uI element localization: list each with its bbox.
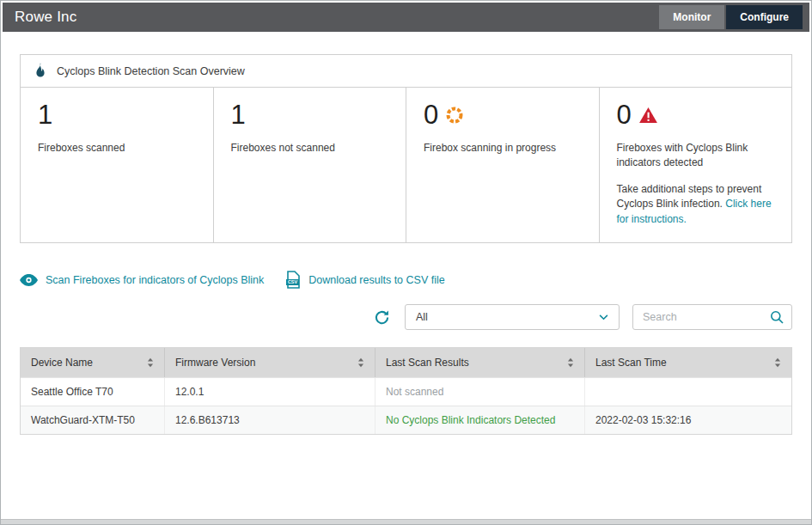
refresh-button[interactable] <box>372 308 392 327</box>
stat-value: 0 <box>617 101 632 130</box>
stat-fireboxes-not-scanned: 1 Fireboxes not scanned <box>213 88 406 242</box>
clock-icon <box>446 107 463 124</box>
stat-fireboxes-scanned: 1 Fireboxes scanned <box>21 88 213 242</box>
filter-dropdown-value: All <box>416 311 428 323</box>
sort-icon <box>774 357 781 368</box>
column-header-last-scan-time[interactable]: Last Scan Time <box>585 348 791 377</box>
table-header: Device Name Firmware Version Last Scan R… <box>21 348 791 377</box>
configure-button[interactable]: Configure <box>726 5 803 29</box>
column-header-firmware-version[interactable]: Firmware Version <box>165 348 375 377</box>
scan-fireboxes-label: Scan Fireboxes for indicators of Cyclops… <box>46 274 264 286</box>
sort-icon <box>567 357 574 368</box>
app-window: Rowe Inc Monitor Configure Cyclops Blink… <box>0 0 812 525</box>
sort-icon <box>147 357 154 368</box>
eye-icon <box>20 274 38 286</box>
fireboxes-table: Device Name Firmware Version Last Scan R… <box>20 347 792 435</box>
flame-icon <box>34 63 47 79</box>
csv-file-icon: CSV <box>286 271 301 289</box>
main-content: Cyclops Blink Detection Scan Overview 1 … <box>1 32 811 435</box>
cell-firmware-version: 12.6.B613713 <box>165 406 375 434</box>
download-csv-label: Download results to CSV file <box>308 274 444 286</box>
stat-label: Fireboxes not scanned <box>231 141 391 156</box>
scan-fireboxes-link[interactable]: Scan Fireboxes for indicators of Cyclops… <box>20 274 264 286</box>
table-row[interactable]: WatchGuard-XTM-T50 12.6.B613713 No Cyclo… <box>21 406 791 434</box>
stat-value: 1 <box>231 101 246 130</box>
cell-device-name: WatchGuard-XTM-T50 <box>21 406 165 434</box>
topbar-buttons: Monitor Configure <box>659 5 803 29</box>
cell-device-name: Seattle Office T70 <box>21 378 165 406</box>
stat-note: Take additional steps to prevent Cyclops… <box>617 182 777 227</box>
scan-overview-card: Cyclops Blink Detection Scan Overview 1 … <box>20 54 792 243</box>
cell-last-scan-results: No Cyclops Blink Indicators Detected <box>375 406 585 434</box>
stat-scanning-in-progress: 0 Firebox scanning in progress <box>406 88 599 242</box>
svg-text:CSV: CSV <box>288 279 297 284</box>
cell-last-scan-results: Not scanned <box>375 378 585 406</box>
stats-row: 1 Fireboxes scanned 1 Fireboxes not scan… <box>21 88 791 242</box>
stat-label: Fireboxes scanned <box>38 141 198 156</box>
cell-last-scan-time: 2022-02-03 15:32:16 <box>585 406 791 434</box>
stat-label: Firebox scanning in progress <box>424 141 583 156</box>
account-name: Rowe Inc <box>15 9 76 26</box>
filter-row: All <box>20 304 792 330</box>
monitor-button[interactable]: Monitor <box>659 5 724 29</box>
actions-row: Scan Fireboxes for indicators of Cyclops… <box>20 271 792 289</box>
cell-firmware-version: 12.0.1 <box>165 378 375 406</box>
refresh-icon <box>374 309 390 326</box>
card-header: Cyclops Blink Detection Scan Overview <box>21 55 791 88</box>
stat-label: Fireboxes with Cyclops Blink indicators … <box>617 141 777 171</box>
top-bar: Rowe Inc Monitor Configure <box>3 3 809 32</box>
window-bottom-edge <box>1 519 811 524</box>
search-box <box>632 304 792 330</box>
stat-value: 1 <box>38 101 52 130</box>
sort-icon <box>357 357 364 368</box>
stat-value: 0 <box>424 101 438 130</box>
cell-last-scan-time <box>585 378 791 406</box>
filter-dropdown[interactable]: All <box>405 304 620 330</box>
chevron-down-icon <box>599 314 608 320</box>
warning-triangle-icon <box>639 107 657 123</box>
column-header-device-name[interactable]: Device Name <box>21 348 165 377</box>
column-header-last-scan-results[interactable]: Last Scan Results <box>375 348 585 377</box>
search-input[interactable] <box>641 310 770 324</box>
download-csv-link[interactable]: CSV Download results to CSV file <box>286 271 444 289</box>
stat-indicators-detected: 0 Fireboxes with Cyclops Blink indicator… <box>599 88 792 242</box>
search-icon[interactable] <box>770 310 784 324</box>
table-row[interactable]: Seattle Office T70 12.0.1 Not scanned <box>21 377 791 406</box>
card-title: Cyclops Blink Detection Scan Overview <box>57 65 245 77</box>
